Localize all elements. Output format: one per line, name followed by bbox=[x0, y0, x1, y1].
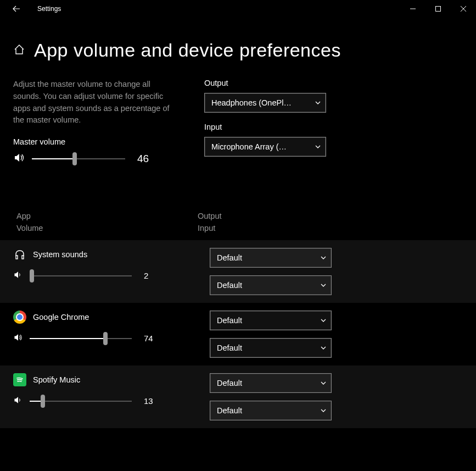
close-icon bbox=[461, 6, 466, 12]
app-output-dropdown[interactable]: Default bbox=[210, 248, 332, 268]
page-header: App volume and device preferences bbox=[0, 18, 476, 74]
chevron-down-icon bbox=[320, 317, 327, 324]
output-label: Output bbox=[204, 79, 331, 87]
slider-thumb[interactable] bbox=[30, 269, 34, 282]
app-volume-slider[interactable] bbox=[30, 338, 132, 339]
master-volume-label: Master volume bbox=[13, 137, 178, 146]
app-input-dropdown[interactable]: Default bbox=[210, 401, 332, 420]
chevron-down-icon bbox=[320, 345, 327, 351]
input-dropdown[interactable]: Microphone Array (… bbox=[204, 137, 326, 157]
page-title: App volume and device preferences bbox=[34, 40, 341, 61]
close-button[interactable] bbox=[451, 0, 476, 18]
apps-column-header-left: App Volume bbox=[16, 210, 148, 235]
slider-thumb[interactable] bbox=[41, 395, 45, 408]
app-name: Google Chrome bbox=[33, 313, 89, 322]
app-output-dropdown[interactable]: Default bbox=[210, 373, 332, 393]
titlebar: Settings bbox=[0, 0, 476, 18]
home-icon[interactable] bbox=[13, 43, 25, 58]
window-title: Settings bbox=[37, 5, 61, 13]
maximize-icon bbox=[435, 6, 441, 12]
master-volume-value: 46 bbox=[137, 153, 154, 165]
input-value: Microphone Array (… bbox=[211, 142, 287, 151]
chevron-down-icon bbox=[320, 380, 327, 386]
chevron-down-icon bbox=[320, 254, 327, 261]
master-volume-slider[interactable] bbox=[32, 158, 125, 159]
chevron-down-icon bbox=[315, 99, 321, 106]
chrome-icon bbox=[13, 311, 26, 324]
minimize-icon bbox=[410, 6, 416, 12]
master-description: Adjust the master volume to change all s… bbox=[13, 79, 178, 126]
speaker-icon[interactable] bbox=[13, 333, 23, 345]
headphones-icon bbox=[13, 248, 26, 261]
speaker-icon[interactable] bbox=[13, 152, 25, 166]
slider-thumb[interactable] bbox=[72, 152, 77, 165]
app-name: Spotify Music bbox=[33, 375, 80, 384]
back-arrow-icon bbox=[13, 5, 20, 13]
app-volume-value: 13 bbox=[144, 396, 160, 406]
spotify-icon bbox=[13, 373, 26, 386]
apps-column-header-right: Output Input bbox=[198, 210, 222, 235]
app-input-dropdown[interactable]: Default bbox=[210, 275, 332, 295]
svg-rect-0 bbox=[436, 7, 441, 12]
app-name: System sounds bbox=[33, 250, 87, 259]
maximize-button[interactable] bbox=[425, 0, 451, 18]
app-row: Google Chrome 74 Default Default bbox=[0, 303, 476, 365]
app-input-dropdown[interactable]: Default bbox=[210, 338, 332, 358]
app-row: Spotify Music 13 Default Default bbox=[0, 365, 476, 428]
app-row: System sounds 2 Default Default bbox=[0, 240, 476, 303]
slider-thumb[interactable] bbox=[103, 332, 108, 345]
chevron-down-icon bbox=[320, 407, 327, 414]
output-dropdown[interactable]: Headphones (OnePl… bbox=[204, 93, 326, 113]
output-value: Headphones (OnePl… bbox=[211, 98, 292, 107]
speaker-low-icon[interactable] bbox=[13, 270, 23, 282]
chevron-down-icon bbox=[315, 143, 321, 150]
app-output-dropdown[interactable]: Default bbox=[210, 311, 332, 330]
chevron-down-icon bbox=[320, 282, 327, 289]
input-label: Input bbox=[204, 123, 331, 131]
app-volume-slider[interactable] bbox=[30, 275, 132, 276]
app-volume-value: 2 bbox=[144, 271, 160, 280]
app-volume-slider[interactable] bbox=[30, 401, 132, 402]
back-button[interactable] bbox=[9, 5, 24, 13]
app-volume-value: 74 bbox=[144, 334, 160, 343]
speaker-low-icon[interactable] bbox=[13, 395, 23, 407]
minimize-button[interactable] bbox=[400, 0, 425, 18]
